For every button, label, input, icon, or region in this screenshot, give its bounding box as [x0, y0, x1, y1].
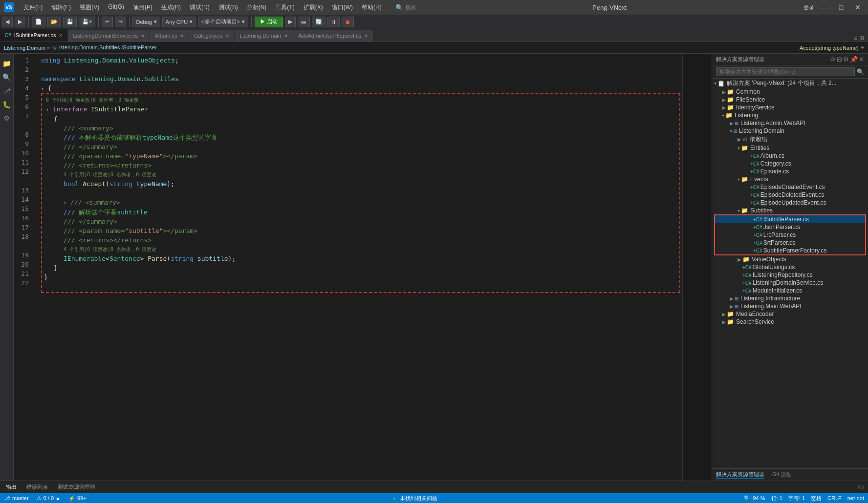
tree-item-lrcparser[interactable]: ▶ +C# LrcParser.cs [715, 231, 865, 239]
tree-item-identityservice[interactable]: ▶ 📁 IdentityService [712, 104, 868, 111]
tab-close-icon[interactable]: ✕ [364, 33, 368, 39]
tree-item-subtitlefactory[interactable]: ▶ +C# SubtitleParserFactory.cs [715, 247, 865, 254]
git-changes-tab[interactable]: Git 更改 [772, 471, 791, 479]
tree-item-jsonparser[interactable]: ▶ +C# JsonParser.cs [715, 223, 865, 231]
tab-close-icon[interactable]: ✕ [180, 33, 184, 39]
back-button[interactable]: ◀ [2, 17, 13, 27]
solution-explorer-tab[interactable]: 解决方案资源管理器 [716, 471, 764, 479]
status-lineending[interactable]: CRLF [827, 495, 842, 501]
status-line[interactable]: 行: 1 [771, 495, 782, 502]
tree-item-ilistening[interactable]: ▶ +C# IListeningRepository.cs [712, 271, 868, 279]
menu-git[interactable]: Git(G) [104, 2, 128, 13]
code-editor[interactable]: using Listening.Domain.ValueObjects; nam… [33, 54, 682, 481]
nav-namespace[interactable]: Listening.Domain [4, 45, 45, 51]
forward-button[interactable]: ▶ [15, 17, 25, 27]
status-warnings[interactable]: ⚡ 99+ [68, 495, 87, 502]
menu-help[interactable]: 帮助(H) [358, 2, 386, 13]
start-button[interactable]: ▶ 启动 [255, 17, 283, 27]
tab-options-button[interactable]: ≡ [854, 35, 857, 42]
tree-item-deps[interactable]: ▶ ⚙ 依赖项 [712, 135, 868, 144]
output-tab-errors[interactable]: 错误列表 [24, 482, 50, 492]
output-tab-tests[interactable]: 测试资源管理器 [56, 482, 97, 492]
menu-extensions[interactable]: 扩展(X) [300, 2, 327, 13]
sidebar-search-input[interactable] [716, 67, 855, 76]
sidebar-sync-icon[interactable]: ⟳ [830, 56, 836, 63]
sidebar-search-icon[interactable]: 🔍 [857, 68, 864, 75]
menu-build[interactable]: 生成(B) [157, 2, 185, 13]
menu-view[interactable]: 视图(V) [76, 2, 103, 13]
activity-git[interactable]: ⎇ [1, 85, 13, 97]
tree-solution-root[interactable]: ▾ 📋 解决方案 'Peng-VNext' (24 个项目，共 2... [712, 79, 868, 88]
sidebar-pin-icon[interactable]: 📌 [850, 56, 858, 63]
save-all-button[interactable]: 💾+ [79, 17, 95, 27]
tree-item-srtparser[interactable]: ▶ +C# SrtParser.cs [715, 239, 865, 247]
menu-file[interactable]: 文件(F) [20, 2, 46, 13]
activity-search[interactable]: 🔍 [1, 71, 13, 83]
status-git[interactable]: net-not [847, 495, 864, 501]
menu-project[interactable]: 项目(P) [129, 2, 156, 13]
menu-tools[interactable]: 工具(T) [271, 2, 298, 13]
status-col[interactable]: 字符: 1 [788, 495, 805, 502]
output-tab-output[interactable]: 输出 [4, 482, 19, 492]
activity-debug[interactable]: 🐛 [1, 99, 13, 110]
tree-item-episodedeleted[interactable]: ▶ +C# EpisodeDeletedEvent.cs [712, 191, 868, 199]
tab-split-button[interactable]: ⊞ [859, 35, 864, 42]
tab-listeningdomainservice[interactable]: ListeningDomainService.cs ✕ [68, 30, 150, 42]
open-button[interactable]: 📂 [47, 17, 61, 27]
sidebar-close-icon[interactable]: ✕ [859, 56, 864, 63]
tree-item-subtitles[interactable]: ▾ 📁 Subtitles [712, 207, 868, 214]
status-branch[interactable]: ⎇ master [4, 495, 29, 502]
tree-item-events[interactable]: ▾ 📁 Events [712, 175, 868, 183]
tab-listeningdomain[interactable]: Listening.Domain ✕ [235, 30, 293, 42]
menu-test[interactable]: 测试(S) [215, 2, 242, 13]
save-button[interactable]: 💾 [63, 17, 77, 27]
tab-close-icon[interactable]: ✕ [225, 33, 229, 39]
tab-addadminuserrequest[interactable]: AddAdminUserRequest.cs ✕ [293, 30, 373, 42]
tree-item-listening[interactable]: ▾ 📁 Listening [712, 111, 868, 119]
menu-analyze[interactable]: 分析(N) [243, 2, 271, 13]
tree-item-episodeupdated[interactable]: ▶ +C# EpisodeUpdatedEvent.cs [712, 199, 868, 207]
tree-item-admin-webapi[interactable]: ▶ ⊞ Listening.Admin.WebAPI [712, 119, 868, 127]
tree-item-fileservice[interactable]: ▶ 📁 FileService [712, 96, 868, 104]
tree-item-album[interactable]: ▶ +C# Album.cs [712, 152, 868, 160]
menu-debug[interactable]: 调试(D) [186, 2, 214, 13]
tree-item-main-webapi[interactable]: ▶ ⊞ Listening.Main.WebAPI [712, 302, 868, 310]
tree-item-valueobjects[interactable]: ▶ 📁 ValueObjects [712, 255, 868, 263]
tree-item-common[interactable]: ▶ 📁 Common [712, 88, 868, 96]
minimize-button[interactable]: — [818, 1, 831, 14]
activity-extensions[interactable]: ⚙ [1, 112, 13, 124]
refresh-button[interactable]: 🔄 [312, 17, 326, 27]
tree-item-listening-domain[interactable]: ▾ ⊞ Listening.Domain [712, 127, 868, 135]
tree-item-moduleinit[interactable]: ▶ +C# ModuleInitializer.cs [712, 287, 868, 294]
tree-item-episode[interactable]: ▶ +C# Episode.cs [712, 168, 868, 175]
user-login[interactable]: 登录 [803, 4, 814, 11]
startup-project-dropdown[interactable]: <多个启动项目> ▾ [198, 17, 248, 27]
activity-explorer[interactable]: 📁 [1, 58, 13, 69]
tree-item-episodecreated[interactable]: ▶ +C# EpisodeCreatedEvent.cs [712, 183, 868, 191]
tab-album[interactable]: Album.cs ✕ [150, 30, 189, 42]
tab-category[interactable]: Category.cs ✕ [189, 30, 235, 42]
stop-button[interactable]: ⏹ [342, 17, 354, 27]
tree-item-isubtitleparser[interactable]: ▶ +C# ISubtitleParser.cs [715, 215, 865, 223]
pause-button[interactable]: ⏸ [327, 17, 340, 27]
attach-button[interactable]: ▶ [285, 17, 296, 27]
status-spaces[interactable]: 空格 [811, 495, 822, 502]
tree-item-category[interactable]: ▶ +C# Category.cs [712, 160, 868, 168]
close-button[interactable]: ✕ [851, 1, 864, 14]
tab-close-icon[interactable]: ✕ [284, 33, 288, 39]
sidebar-collapse-icon[interactable]: ⊟ [837, 56, 842, 63]
tab-close-icon[interactable]: ✕ [141, 33, 145, 39]
nav-interface[interactable]: ◇Listening.Domain.Subtitles.ISubtitlePar… [52, 44, 156, 51]
nav-expand-icon[interactable]: + [861, 44, 864, 51]
menu-window[interactable]: 窗口(W) [328, 2, 357, 13]
tree-item-entities[interactable]: ▾ 📁 Entities [712, 144, 868, 152]
menu-edit[interactable]: 编辑(E) [47, 2, 75, 13]
tree-item-globalusings[interactable]: ▶ +C# GlobalUsings.cs [712, 263, 868, 271]
maximize-button[interactable]: □ [835, 1, 847, 14]
debug-config-dropdown[interactable]: Debug ▾ [132, 17, 160, 27]
new-file-button[interactable]: 📄 [32, 17, 45, 27]
search-label[interactable]: 搜索 [405, 4, 416, 11]
tree-item-listeningdomainservice[interactable]: ▶ +C# ListeningDomainService.cs [712, 279, 868, 287]
tree-item-searchservice[interactable]: ▶ 📁 SearchService [712, 318, 868, 326]
redo-button[interactable]: ↪ [115, 17, 126, 27]
